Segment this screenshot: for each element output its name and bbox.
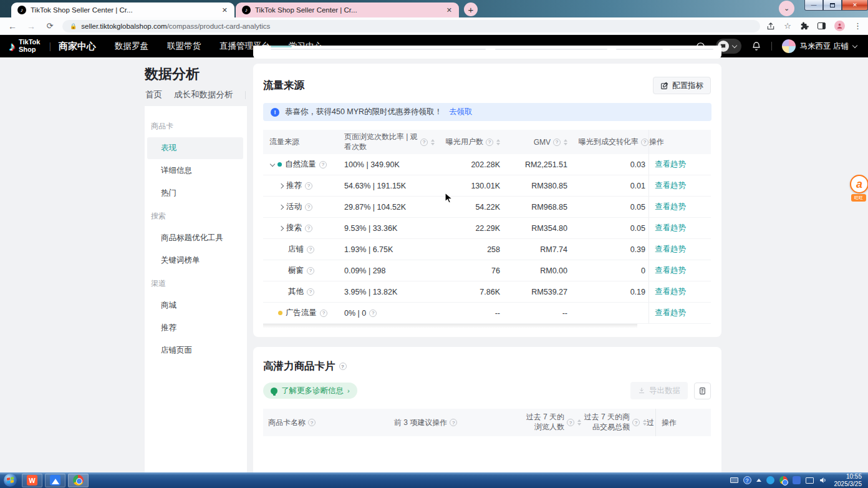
window-minimize-button[interactable]: — — [804, 0, 823, 11]
info-icon[interactable]: ? — [307, 246, 314, 253]
tray-expand-icon[interactable] — [756, 479, 761, 482]
info-icon[interactable]: ? — [553, 139, 561, 146]
browser-menu-icon[interactable]: ⋮ — [854, 21, 862, 31]
potential-col-5: 过 — [647, 415, 655, 431]
gmv-value: RM539.27 — [500, 288, 567, 296]
info-icon[interactable]: ? — [308, 419, 316, 426]
sidebar-item-商品标题优化工具[interactable]: 商品标题优化工具 — [147, 227, 243, 249]
info-icon[interactable]: ? — [632, 419, 640, 426]
info-icon[interactable]: ? — [369, 310, 377, 317]
sidebar-item-热门[interactable]: 热门 — [147, 182, 243, 204]
expand-right-icon[interactable] — [279, 183, 284, 188]
sidebar-section-header-3: 渠道 — [145, 272, 247, 294]
info-icon[interactable]: ? — [305, 225, 312, 232]
source-label: 自然流量 — [285, 159, 316, 170]
wangwang-float-widget[interactable]: a 旺旺 — [850, 175, 868, 202]
side-panel-icon[interactable] — [817, 22, 826, 29]
view-trend-link[interactable]: 查看趋势 — [655, 202, 686, 212]
forward-button[interactable]: → — [25, 21, 37, 31]
store-switcher[interactable]: 马来西亚 店铺 — [782, 39, 857, 53]
sidebar-item-商城[interactable]: 商城 — [147, 295, 243, 316]
info-icon[interactable]: ? — [567, 419, 574, 426]
taskbar-wps-icon[interactable]: W — [22, 474, 42, 487]
view-trend-link[interactable]: 查看趋势 — [655, 223, 686, 233]
traffic-row-其他: 其他?3.95% | 13.82K7.86KRM539.270.19查看趋势 — [263, 281, 711, 303]
column-label: 操作 — [662, 417, 677, 428]
tray-app2-icon[interactable] — [793, 476, 801, 484]
sort-icon[interactable] — [431, 139, 435, 145]
taskbar-clock[interactable]: 10:55 2025/3/25 — [834, 473, 862, 487]
info-icon[interactable]: ? — [420, 139, 428, 146]
bell-icon[interactable] — [751, 41, 761, 51]
back-button[interactable]: ← — [6, 21, 19, 31]
tray-volume-icon[interactable] — [819, 476, 827, 484]
browser-tab-2[interactable]: ♪TikTok Shop Seller Center | Cr...✕ — [236, 2, 459, 17]
export-data-button[interactable]: 导出数据 — [630, 382, 688, 399]
window-close-button[interactable]: ✕ — [842, 0, 868, 11]
info-icon[interactable]: ? — [307, 288, 314, 296]
browser-profile-avatar[interactable] — [834, 21, 845, 31]
info-icon[interactable]: ? — [305, 182, 312, 190]
view-trend-link[interactable]: 查看趋势 — [655, 265, 686, 276]
diagnose-link[interactable]: 了解更多诊断信息 › — [263, 383, 357, 399]
report-doc-button[interactable] — [694, 383, 711, 399]
tab-search-chevron-icon[interactable]: ⌄ — [779, 1, 794, 16]
tray-keyboard-icon[interactable] — [730, 477, 738, 483]
info-icon[interactable]: ? — [486, 139, 493, 146]
tray-help-icon[interactable]: ? — [743, 476, 751, 484]
pageview-ratio-value: 1.93% | 6.75K — [344, 245, 444, 254]
page-tab-2[interactable]: 成长和数据分析 — [174, 89, 233, 104]
window-maximize-button[interactable] — [823, 0, 842, 11]
info-icon[interactable]: ? — [305, 203, 312, 211]
new-tab-button[interactable]: + — [464, 2, 478, 16]
bookmark-star-icon[interactable]: ☆ — [784, 21, 791, 31]
tray-network-icon[interactable] — [806, 477, 814, 484]
nav-item-1[interactable]: 商家中心 — [59, 41, 96, 52]
taskbar-app-icon[interactable] — [45, 474, 65, 487]
expand-down-icon[interactable] — [270, 161, 275, 166]
sidebar-item-关键词榜单[interactable]: 关键词榜单 — [147, 250, 243, 271]
sidebar-item-详细信息[interactable]: 详细信息 — [147, 160, 243, 182]
share-icon[interactable] — [766, 22, 775, 31]
ratio-text: 54.63% | 191.15K — [344, 182, 406, 190]
configure-metrics-button[interactable]: 配置指标 — [653, 77, 711, 94]
conversion-rate-value: 0 — [567, 266, 649, 275]
browser-tab-1[interactable]: ♪TikTok Shop Seller Center | Cr...✕ — [11, 2, 234, 17]
action-cell: 查看趋势 — [649, 239, 711, 260]
potential-info-icon[interactable]: ? — [339, 363, 347, 370]
info-icon[interactable]: ? — [450, 419, 457, 426]
view-trend-link[interactable]: 查看趋势 — [655, 244, 686, 255]
info-icon[interactable]: ? — [319, 161, 327, 168]
tab-close-icon[interactable]: ✕ — [220, 6, 229, 14]
info-icon[interactable]: ? — [641, 139, 649, 146]
nav-item-3[interactable]: 联盟带货 — [167, 41, 201, 52]
extensions-puzzle-icon[interactable] — [800, 22, 809, 31]
tray-chrome-icon[interactable] — [779, 476, 788, 484]
mouse-cursor — [444, 192, 455, 203]
expand-right-icon[interactable] — [279, 225, 284, 230]
sidebar: 商品卡表现详细信息热门搜索商品标题优化工具关键词榜单渠道商城推荐店铺页面 — [145, 106, 247, 488]
nav-item-2[interactable]: 数据罗盘 — [115, 41, 148, 52]
taskbar-chrome-icon[interactable] — [68, 474, 89, 487]
sidebar-item-表现[interactable]: 表现 — [147, 137, 243, 159]
sidebar-item-推荐[interactable]: 推荐 — [147, 317, 243, 339]
view-trend-link[interactable]: 查看趋势 — [655, 308, 686, 318]
expand-right-icon[interactable] — [279, 204, 284, 209]
url-omnibox[interactable]: 🔒 seller.tiktokglobalshop.com/compass/pr… — [62, 20, 760, 32]
reload-button[interactable]: ⟳ — [44, 21, 56, 31]
column-label: 过去 7 天的浏览人数 — [519, 412, 564, 432]
start-button[interactable] — [4, 474, 17, 487]
exposed-users-value: 130.01K — [444, 182, 500, 190]
view-trend-link[interactable]: 查看趋势 — [655, 159, 686, 170]
claim-coupon-link[interactable]: 去领取 — [449, 107, 473, 117]
sidebar-item-店铺页面[interactable]: 店铺页面 — [147, 339, 243, 361]
tiktok-shop-logo[interactable]: ♪ TikTokShop — [9, 39, 40, 53]
view-trend-link[interactable]: 查看趋势 — [655, 180, 686, 191]
page-tab-1[interactable]: 首页 — [145, 89, 162, 104]
info-icon[interactable]: ? — [320, 310, 327, 317]
tray-app1-icon[interactable] — [766, 476, 774, 484]
tab-close-icon[interactable]: ✕ — [445, 6, 454, 14]
traffic-source-name: 搜索? — [263, 223, 344, 233]
info-icon[interactable]: ? — [307, 267, 314, 275]
view-trend-link[interactable]: 查看趋势 — [655, 286, 686, 297]
